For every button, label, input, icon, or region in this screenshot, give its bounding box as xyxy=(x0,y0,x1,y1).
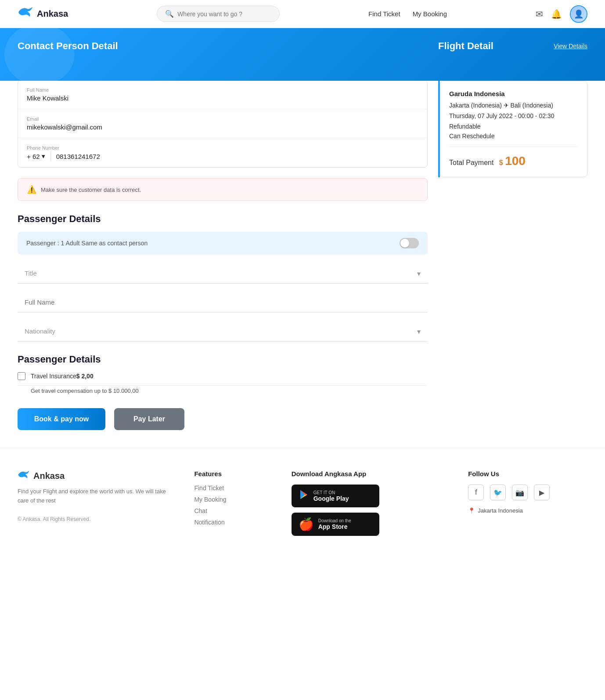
location-pin-icon: 📍 xyxy=(468,507,475,514)
passenger-section1-title: Passenger Details xyxy=(18,213,428,225)
book-pay-button[interactable]: Book & pay now xyxy=(18,408,105,430)
social-icons: f 🐦 📷 ▶ xyxy=(468,485,587,500)
title-select[interactable]: Title Mr Mrs Ms xyxy=(18,263,428,284)
flight-panel-wrapper: Garuda Indonesia Jakarta (Indonesia) ✈ B… xyxy=(438,81,587,177)
avatar-image: 👤 xyxy=(571,6,587,22)
footer-copyright: © Ankasa. All Rights Reserved. xyxy=(18,516,176,522)
search-bar[interactable]: 🔍 xyxy=(157,6,280,22)
full-name-label: Full Name xyxy=(27,87,418,93)
pay-later-button[interactable]: Pay Later xyxy=(114,408,184,430)
chevron-icon: ▾ xyxy=(42,152,45,160)
cta-row: Book & pay now Pay Later xyxy=(18,408,428,430)
flight-airline: Garuda Indonesia xyxy=(449,90,578,97)
download-title: Download Angkasa App xyxy=(292,470,450,477)
mail-icon[interactable]: ✉ xyxy=(536,9,543,19)
flight-time: Thursday, 07 July 2022 - 00:00 - 02:30 xyxy=(449,112,578,119)
email-label: Email xyxy=(27,116,418,122)
hero-banner: Contact Person Detail Flight Detail View… xyxy=(0,28,605,81)
instagram-icon[interactable]: 📷 xyxy=(512,485,528,500)
avatar[interactable]: 👤 xyxy=(570,5,587,23)
passenger-fullname-input[interactable] xyxy=(18,292,428,312)
footer-follow: Follow Us f 🐦 📷 ▶ 📍 Jakarta Indonesia xyxy=(468,470,587,541)
insurance-label: Travel Insurance$ 2,00 xyxy=(31,373,94,380)
footer-download: Download Angkasa App GET IT ON Google Pl… xyxy=(292,470,450,541)
footer-link-find-ticket[interactable]: Find Ticket xyxy=(194,485,274,492)
footer-logo: Ankasa xyxy=(18,470,176,482)
right-panel: Garuda Indonesia Jakarta (Indonesia) ✈ B… xyxy=(438,81,587,177)
hero-left: Contact Person Detail xyxy=(18,40,438,52)
my-booking-link[interactable]: My Booking xyxy=(413,10,447,18)
flight-detail-title: Flight Detail xyxy=(438,40,493,52)
search-icon: 🔍 xyxy=(165,10,174,18)
main-content: Full Name Mike Kowalski Email mikekowals… xyxy=(0,81,605,448)
search-input[interactable] xyxy=(177,11,271,18)
compensation-text: Get travel compensation up to $ 10.000,0… xyxy=(31,388,428,394)
app-store-button[interactable]: 🍎 Download on the App Store xyxy=(292,513,379,536)
svg-marker-1 xyxy=(300,490,305,499)
same-contact-row: Passenger : 1 Adult Same as contact pers… xyxy=(18,232,428,255)
phone-label: Phone Number xyxy=(27,145,418,151)
flight-card: Garuda Indonesia Jakarta (Indonesia) ✈ B… xyxy=(440,81,587,177)
title-select-wrapper: Title Mr Mrs Ms xyxy=(18,263,428,284)
youtube-icon[interactable]: ▶ xyxy=(534,485,550,500)
footer-features: Features Find Ticket My Booking Chat Not… xyxy=(194,470,274,541)
flight-refundable: Refundable xyxy=(449,123,578,130)
apple-icon: 🍎 xyxy=(299,517,314,531)
nav-icons: ✉ 🔔 👤 xyxy=(536,5,587,23)
footer-link-notification[interactable]: Notification xyxy=(194,519,274,526)
email-value: mikekowalski@gmail.com xyxy=(27,123,418,131)
phone-row: + 62 ▾ 081361241672 xyxy=(27,152,418,160)
alert-box: ⚠️ Make sure the customer data is correc… xyxy=(18,178,428,201)
logo[interactable]: Ankasa xyxy=(18,6,68,22)
full-name-value: Mike Kowalski xyxy=(27,94,418,102)
nationality-select-wrapper: Nationality Indonesian Other xyxy=(18,321,428,341)
google-play-text: GET IT ON Google Play xyxy=(313,490,349,502)
flight-reschedule: Can Reschedule xyxy=(449,133,578,140)
same-contact-toggle[interactable] xyxy=(400,238,419,248)
footer-location: 📍 Jakarta Indonesia xyxy=(468,507,587,514)
passenger-fullname-group xyxy=(18,292,428,312)
follow-title: Follow Us xyxy=(468,470,587,477)
same-contact-label: Passenger : 1 Adult Same as contact pers… xyxy=(26,240,148,247)
footer-grid: Ankasa Find your Flight and explore the … xyxy=(18,470,587,541)
view-details-link[interactable]: View Details xyxy=(554,43,587,50)
insurance-checkbox[interactable] xyxy=(18,372,25,380)
contact-card: Full Name Mike Kowalski Email mikekowals… xyxy=(18,80,428,168)
insurance-row: Travel Insurance$ 2,00 xyxy=(18,372,428,380)
footer-brand-name: Ankasa xyxy=(33,471,65,481)
alert-text: Make sure the customer data is correct. xyxy=(41,187,141,193)
facebook-icon[interactable]: f xyxy=(468,485,484,500)
app-store-text: Download on the App Store xyxy=(318,518,351,530)
insurance-divider xyxy=(18,385,428,386)
footer-link-chat[interactable]: Chat xyxy=(194,507,274,514)
total-payment: Total Payment $ 100 xyxy=(449,154,578,168)
navbar: Ankasa 🔍 Find Ticket My Booking ✉ 🔔 👤 xyxy=(0,0,605,28)
twitter-icon[interactable]: 🐦 xyxy=(490,485,506,500)
google-play-button[interactable]: GET IT ON Google Play xyxy=(292,485,379,507)
warning-icon: ⚠️ xyxy=(27,185,36,194)
footer: Ankasa Find your Flight and explore the … xyxy=(0,448,605,567)
features-title: Features xyxy=(194,470,274,477)
footer-logo-icon xyxy=(18,470,30,482)
logo-text: Ankasa xyxy=(37,9,68,19)
left-panel: Full Name Mike Kowalski Email mikekowals… xyxy=(18,81,438,448)
flight-route: Jakarta (Indonesia) ✈ Bali (Indonesia) xyxy=(449,102,578,109)
nav-links: Find Ticket My Booking xyxy=(368,10,447,18)
flight-detail-header: Flight Detail View Details xyxy=(438,40,587,55)
logo-icon xyxy=(18,6,33,22)
bell-icon[interactable]: 🔔 xyxy=(551,9,562,19)
email-group: Email mikekowalski@gmail.com xyxy=(18,109,427,138)
footer-brand: Ankasa Find your Flight and explore the … xyxy=(18,470,176,541)
phone-code[interactable]: + 62 ▾ xyxy=(27,152,51,160)
passenger-section2-title: Passenger Details xyxy=(18,354,428,365)
phone-number: 081361241672 xyxy=(56,153,100,160)
footer-brand-desc: Find your Flight and explore the world w… xyxy=(18,487,176,506)
nationality-select[interactable]: Nationality Indonesian Other xyxy=(18,321,428,341)
phone-group: Phone Number + 62 ▾ 081361241672 xyxy=(18,138,427,167)
flight-divider xyxy=(449,147,578,147)
find-ticket-link[interactable]: Find Ticket xyxy=(368,10,400,18)
google-play-icon xyxy=(299,489,309,503)
full-name-group: Full Name Mike Kowalski xyxy=(18,80,427,109)
contact-title: Contact Person Detail xyxy=(18,40,438,52)
footer-link-my-booking[interactable]: My Booking xyxy=(194,496,274,503)
